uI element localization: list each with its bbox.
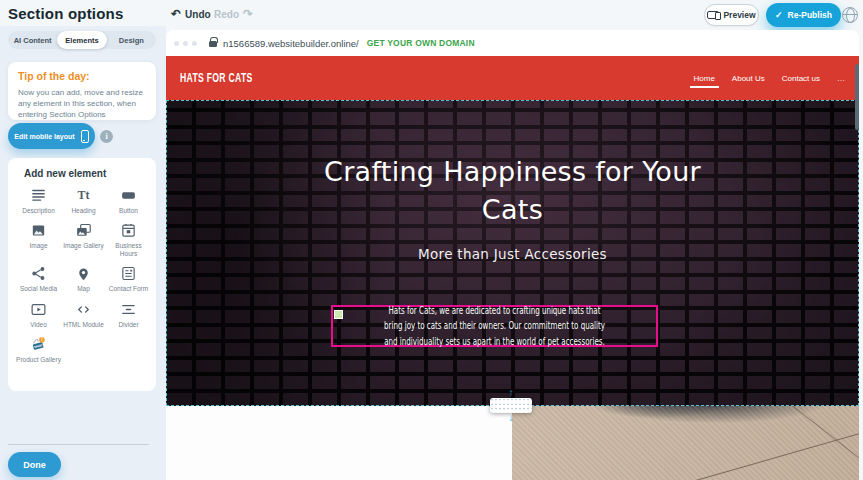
tab-ai-content[interactable]: AI Content: [8, 31, 57, 49]
undo-button[interactable]: ↶ Undo: [171, 8, 211, 20]
language-globe-button[interactable]: [842, 7, 858, 23]
tip-of-the-day-card: Tip of the day: Now you can add, move an…: [8, 62, 156, 120]
devices-icon: [707, 11, 719, 19]
site-url: n1566589.websitebuilder.online/: [223, 38, 359, 49]
business-hours-icon: [120, 222, 137, 239]
undo-icon: ↶: [171, 8, 181, 20]
preview-button[interactable]: Preview: [704, 4, 759, 26]
element-grid: Description Tt Heading Button Image Imag…: [16, 187, 152, 364]
heading-icon: Tt: [75, 187, 92, 204]
nav-item-contact-us[interactable]: Contact us: [782, 74, 820, 83]
browser-dot: [192, 41, 197, 46]
undo-label: Undo: [185, 9, 211, 20]
element-drag-handle[interactable]: [334, 310, 343, 319]
element-label: Product Gallery: [16, 356, 61, 364]
site-nav: Home About Us Contact us …: [694, 74, 846, 83]
arrow-down-icon: ↓: [509, 413, 514, 423]
page-title: Section options: [8, 5, 124, 22]
site-logo[interactable]: HATS FOR CATS: [180, 71, 253, 85]
hero-heading[interactable]: Crafting Happiness for Your Cats: [298, 101, 728, 229]
element-business-hours[interactable]: Business Hours: [106, 222, 151, 258]
preview-label: Preview: [723, 10, 755, 20]
element-map[interactable]: Map: [61, 265, 106, 293]
section-options-sidebar: AI Content Elements Design Tip of the da…: [0, 26, 166, 480]
element-label: Button: [119, 207, 138, 215]
element-image-gallery[interactable]: Image Gallery: [61, 222, 106, 258]
tab-elements[interactable]: Elements: [57, 31, 106, 49]
site-header: HATS FOR CATS Home About Us Contact us …: [166, 56, 859, 100]
phone-icon: [81, 130, 89, 143]
add-element-title: Add new element: [24, 168, 152, 179]
edit-mobile-layout-button[interactable]: Edit mobile layout: [8, 123, 95, 149]
svg-text:Tt: Tt: [77, 188, 89, 202]
element-contact-form[interactable]: Contact Form: [106, 265, 151, 293]
element-label: Heading: [71, 207, 95, 215]
edit-mobile-label: Edit mobile layout: [14, 133, 74, 140]
html-module-icon: [75, 301, 92, 318]
section-resize-handle[interactable]: ↑ ↓: [490, 398, 532, 413]
sidebar-divider: [8, 444, 149, 445]
element-label: Description: [22, 207, 55, 215]
arrow-up-icon: ↑: [509, 388, 514, 398]
browser-dot: [183, 41, 188, 46]
nav-more-icon[interactable]: …: [837, 74, 845, 83]
element-html-module[interactable]: HTML Module: [61, 301, 106, 329]
get-domain-link[interactable]: GET YOUR OWN DOMAIN: [367, 38, 475, 48]
element-label: Video: [30, 321, 47, 329]
button-icon: [120, 187, 137, 204]
element-label: Divider: [118, 321, 138, 329]
element-video[interactable]: Video: [16, 301, 61, 329]
nav-item-about-us[interactable]: About Us: [732, 74, 765, 83]
tip-body: Now you can add, move and resize any ele…: [18, 87, 146, 121]
site-preview: n1566589.websitebuilder.online/ GET YOUR…: [166, 30, 859, 480]
check-icon: ✓: [775, 10, 783, 20]
element-label: Business Hours: [106, 242, 151, 258]
element-product-gallery[interactable]: SHOP ! Product Gallery: [16, 336, 61, 364]
element-image[interactable]: Image: [16, 222, 61, 258]
republish-label: Re-Publish: [788, 10, 832, 20]
divider-icon: [120, 301, 137, 318]
hero-text-element-selected[interactable]: Hats for Cats, we are dedicated to craft…: [331, 305, 658, 347]
element-divider[interactable]: Divider: [106, 301, 151, 329]
tip-title: Tip of the day:: [18, 70, 146, 82]
preview-scrollbar-thumb[interactable]: [855, 64, 859, 130]
redo-button[interactable]: Redo ↷: [214, 8, 253, 20]
republish-button[interactable]: ✓ Re-Publish: [766, 3, 841, 27]
lock-icon: [209, 41, 217, 48]
element-label: HTML Module: [63, 321, 104, 329]
contact-form-icon: [120, 265, 137, 282]
browser-dot: [174, 41, 179, 46]
done-button[interactable]: Done: [8, 452, 61, 477]
element-label: Image: [29, 242, 47, 250]
redo-icon: ↷: [243, 8, 253, 20]
hero-paragraph: Hats for Cats, we are dedicated to craft…: [380, 303, 609, 350]
element-label: Map: [77, 285, 90, 293]
image-gallery-icon: [75, 222, 92, 239]
product-gallery-icon: SHOP !: [30, 336, 47, 353]
element-button[interactable]: Button: [106, 187, 151, 215]
sidebar-tabs: AI Content Elements Design: [8, 31, 156, 49]
element-description[interactable]: Description: [16, 187, 61, 215]
element-label: Contact Form: [109, 285, 148, 293]
element-label: Image Gallery: [63, 242, 103, 250]
nav-item-home[interactable]: Home: [694, 74, 715, 83]
redo-label: Redo: [214, 9, 239, 20]
next-section-photo: [512, 406, 859, 480]
info-icon[interactable]: i: [100, 130, 113, 143]
browser-address-bar: n1566589.websitebuilder.online/ GET YOUR…: [166, 30, 859, 56]
hero-subheading[interactable]: More than Just Accessories: [167, 246, 858, 262]
element-social-media[interactable]: Social Media: [16, 265, 61, 293]
add-element-panel: Add new element Description Tt Heading B…: [8, 158, 156, 391]
map-icon: [75, 265, 92, 282]
element-label: Social Media: [20, 285, 57, 293]
website-builder-app: Section options ↶ Undo Redo ↷ Preview ✓ …: [0, 0, 863, 480]
element-heading[interactable]: Tt Heading: [61, 187, 106, 215]
social-media-icon: [30, 265, 47, 282]
next-section-content: [166, 406, 512, 480]
tab-design[interactable]: Design: [107, 31, 156, 49]
description-icon: [30, 187, 47, 204]
video-icon: [30, 301, 47, 318]
image-icon: [30, 222, 47, 239]
hero-section[interactable]: Crafting Happiness for Your Cats More th…: [166, 100, 859, 406]
